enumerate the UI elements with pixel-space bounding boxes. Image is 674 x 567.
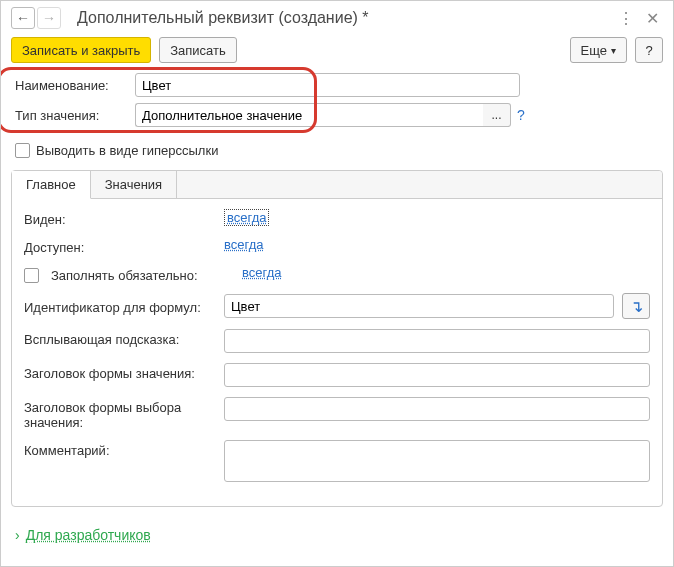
arrow-right-icon: → <box>42 10 56 26</box>
name-input[interactable] <box>135 73 520 97</box>
close-icon[interactable]: ✕ <box>641 7 663 29</box>
type-input[interactable] <box>135 103 483 127</box>
required-value-link[interactable]: всегда <box>242 265 281 280</box>
type-select-button[interactable]: ... <box>483 103 511 127</box>
type-help-icon[interactable]: ? <box>517 107 525 123</box>
value-form-title-label: Заголовок формы значения: <box>24 363 224 381</box>
available-label: Доступен: <box>24 237 224 255</box>
more-label: Еще <box>581 43 607 58</box>
formula-id-label: Идентификатор для формул: <box>24 297 224 315</box>
nav-back-button[interactable]: ← <box>11 7 35 29</box>
caret-down-icon: ▾ <box>611 45 616 56</box>
value-select-form-title-input[interactable] <box>224 397 650 421</box>
more-button[interactable]: Еще ▾ <box>570 37 627 63</box>
value-form-title-input[interactable] <box>224 363 650 387</box>
visible-label: Виден: <box>24 209 224 227</box>
save-button[interactable]: Записать <box>159 37 237 63</box>
developers-link[interactable]: Для разработчиков <box>26 527 151 543</box>
tab-main[interactable]: Главное <box>12 171 91 199</box>
save-and-close-button[interactable]: Записать и закрыть <box>11 37 151 63</box>
available-value-link[interactable]: всегда <box>224 237 263 252</box>
required-checkbox[interactable] <box>24 268 39 283</box>
tab-values[interactable]: Значения <box>91 171 177 198</box>
refresh-icon: ↴ <box>630 297 643 316</box>
nav-forward-button[interactable]: → <box>37 7 61 29</box>
hyperlink-checkbox[interactable] <box>15 143 30 158</box>
help-button[interactable]: ? <box>635 37 663 63</box>
formula-id-input[interactable] <box>224 294 614 318</box>
required-label: Заполнять обязательно: <box>51 268 198 283</box>
comment-input[interactable] <box>224 440 650 482</box>
tooltip-input[interactable] <box>224 329 650 353</box>
visible-value-link[interactable]: всегда <box>224 209 269 226</box>
type-label: Тип значения: <box>15 108 135 123</box>
refresh-formula-id-button[interactable]: ↴ <box>622 293 650 319</box>
arrow-left-icon: ← <box>16 10 30 26</box>
name-label: Наименование: <box>15 78 135 93</box>
hyperlink-checkbox-label: Выводить в виде гиперссылки <box>36 143 218 158</box>
kebab-menu-icon[interactable]: ⋮ <box>615 7 637 29</box>
tooltip-label: Всплывающая подсказка: <box>24 329 224 347</box>
chevron-right-icon: › <box>15 527 20 543</box>
value-select-form-title-label: Заголовок формы выбора значения: <box>24 397 224 430</box>
window-title: Дополнительный реквизит (создание) * <box>77 9 611 27</box>
comment-label: Комментарий: <box>24 440 224 458</box>
